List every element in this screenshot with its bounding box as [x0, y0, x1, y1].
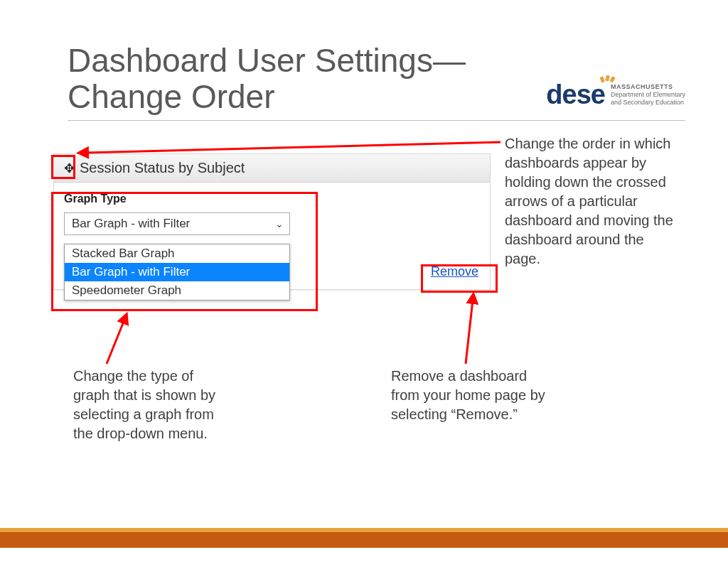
remove-link[interactable]: Remove — [431, 264, 478, 279]
move-handle-icon[interactable]: ✥ — [61, 161, 77, 176]
dropdown-option[interactable]: Bar Graph - with Filter — [65, 263, 289, 281]
svg-line-0 — [85, 142, 500, 153]
panel-header: ✥ Session Status by Subject — [54, 154, 490, 183]
logo-accent-icon — [600, 75, 615, 81]
logo-wordmark-text: dese — [546, 80, 605, 109]
header: Dashboard User Settings—Change Order des… — [68, 43, 685, 121]
logo-sub-line3: and Secondary Education — [611, 99, 685, 107]
graph-type-select[interactable]: Bar Graph - with Filter ⌄ — [64, 212, 290, 235]
logo-sub-line2: Department of Elementary — [611, 91, 685, 99]
chevron-down-icon: ⌄ — [275, 218, 284, 229]
annotation-remove: Remove a dashboard from your home page b… — [391, 367, 555, 424]
logo-subtitle: MASSACHUSETTS Department of Elementary a… — [611, 83, 685, 106]
dropdown-option[interactable]: Speedometer Graph — [65, 281, 289, 300]
dropdown-option[interactable]: Stacked Bar Graph — [65, 244, 289, 263]
graph-type-dropdown[interactable]: Stacked Bar Graph Bar Graph - with Filte… — [64, 244, 290, 301]
logo-sub-line1: MASSACHUSETTS — [611, 83, 685, 91]
annotation-order: Change the order in which dashboards app… — [505, 134, 682, 269]
svg-line-1 — [107, 320, 124, 364]
dese-logo: dese MASSACHUSETTS Department of Element… — [546, 80, 685, 114]
footer-bar — [0, 532, 728, 548]
graph-type-label: Graph Type — [64, 193, 480, 205]
page-title: Dashboard User Settings—Change Order — [68, 43, 546, 114]
graph-type-selected: Bar Graph - with Filter — [72, 217, 190, 231]
dashboard-panel: ✥ Session Status by Subject Graph Type B… — [53, 153, 491, 290]
panel-title: Session Status by Subject — [80, 160, 245, 176]
svg-line-2 — [466, 300, 473, 364]
annotation-graph: Change the type of graph that is shown b… — [73, 367, 230, 443]
logo-wordmark: dese — [546, 80, 605, 110]
